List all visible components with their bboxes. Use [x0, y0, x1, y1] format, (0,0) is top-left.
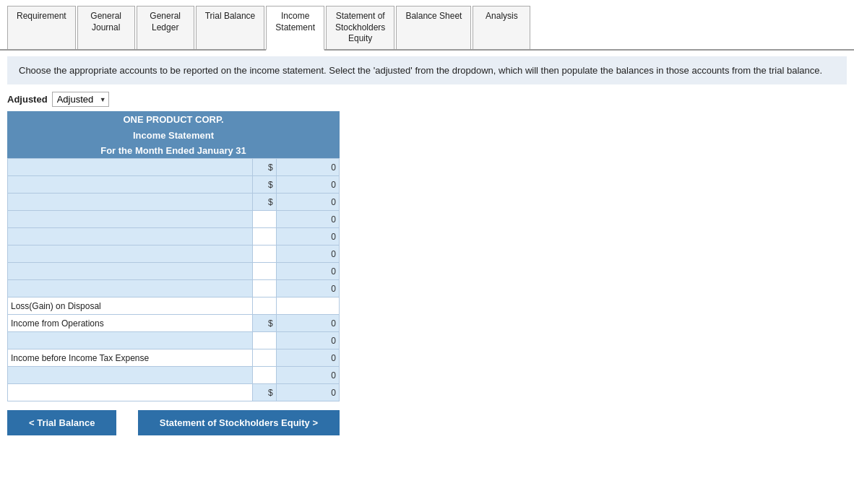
table-row: Income before Income Tax Expense 0 — [8, 349, 340, 367]
tabs-bar: Requirement GeneralJournal GeneralLedger… — [0, 0, 854, 51]
tab-requirement[interactable]: Requirement — [7, 6, 76, 49]
row3-dollar: $ — [252, 194, 276, 211]
table-row: 0 — [8, 280, 340, 297]
tab-general-ledger[interactable]: GeneralLedger — [137, 6, 194, 49]
table-row: Loss(Gain) on Disposal — [8, 297, 340, 315]
income-before-tax-dollar-empty — [252, 349, 276, 367]
row8-label[interactable] — [8, 280, 253, 297]
row4-dollar-empty — [252, 211, 276, 228]
row1-dollar: $ — [252, 159, 276, 176]
table-row: $ 0 — [8, 194, 340, 211]
adjusted-select[interactable]: Adjusted — [52, 92, 109, 107]
row11-label[interactable] — [8, 332, 253, 349]
income-operations-value: 0 — [276, 315, 339, 332]
statement-title: Income Statement — [7, 128, 340, 143]
row5-label[interactable] — [8, 228, 253, 246]
row7-label[interactable] — [8, 263, 253, 280]
income-before-tax-label: Income before Income Tax Expense — [8, 349, 253, 367]
instruction-text: Choose the appropriate accounts to be re… — [7, 56, 847, 85]
table-row: 0 — [8, 263, 340, 280]
row6-label[interactable] — [8, 246, 253, 263]
row8-dollar-empty — [252, 280, 276, 297]
row14-dollar: $ — [252, 384, 276, 401]
tab-income-statement[interactable]: IncomeStatement — [266, 6, 324, 51]
table-row: 0 — [8, 367, 340, 384]
adjusted-row: Adjusted Adjusted — [7, 92, 847, 107]
row5-value[interactable]: 0 — [276, 228, 339, 246]
statement-period: For the Month Ended January 31 — [7, 143, 340, 158]
income-operations-dollar: $ — [252, 315, 276, 332]
row14-label-empty — [8, 384, 253, 401]
row13-dollar-empty — [252, 367, 276, 384]
loss-gain-value-empty — [276, 297, 339, 315]
row6-dollar-empty — [252, 246, 276, 263]
loss-gain-dollar-empty — [252, 297, 276, 315]
tab-analysis[interactable]: Analysis — [473, 6, 530, 49]
row1-value[interactable]: 0 — [276, 159, 339, 176]
prev-button[interactable]: < Trial Balance — [7, 410, 116, 435]
row14-value: 0 — [276, 384, 339, 401]
table-row: 0 — [8, 246, 340, 263]
row2-value[interactable]: 0 — [276, 176, 339, 194]
row3-label[interactable] — [8, 194, 253, 211]
tab-trial-balance[interactable]: Trial Balance — [196, 6, 265, 49]
next-button[interactable]: Statement of Stockholders Equity > — [138, 410, 340, 435]
row6-value[interactable]: 0 — [276, 246, 339, 263]
row8-value[interactable]: 0 — [276, 280, 339, 297]
company-name: ONE PRODUCT CORP. — [7, 111, 340, 128]
loss-gain-label: Loss(Gain) on Disposal — [8, 297, 253, 315]
table-row: 0 — [8, 228, 340, 246]
adjusted-label: Adjusted — [7, 94, 48, 105]
row4-label[interactable] — [8, 211, 253, 228]
row2-dollar: $ — [252, 176, 276, 194]
bottom-nav: < Trial Balance Statement of Stockholder… — [7, 410, 340, 435]
table-row: $ 0 — [8, 176, 340, 194]
table-row: 0 — [8, 211, 340, 228]
row7-value[interactable]: 0 — [276, 263, 339, 280]
income-statement-table: $ 0 $ 0 $ 0 0 — [7, 158, 340, 401]
table-row: 0 — [8, 332, 340, 349]
table-row: $ 0 — [8, 159, 340, 176]
row11-dollar-empty — [252, 332, 276, 349]
row7-dollar-empty — [252, 263, 276, 280]
income-operations-label: Income from Operations — [8, 315, 253, 332]
income-before-tax-value: 0 — [276, 349, 339, 367]
row1-label[interactable] — [8, 159, 253, 176]
row3-value[interactable]: 0 — [276, 194, 339, 211]
statement-container: ONE PRODUCT CORP. Income Statement For t… — [7, 111, 340, 401]
row5-dollar-empty — [252, 228, 276, 246]
tab-stockholders-equity[interactable]: Statement ofStockholdersEquity — [326, 6, 394, 49]
adjusted-select-wrapper[interactable]: Adjusted — [52, 92, 109, 107]
table-row: $ 0 — [8, 384, 340, 401]
row2-label[interactable] — [8, 176, 253, 194]
tab-general-journal[interactable]: GeneralJournal — [77, 6, 135, 49]
row11-value[interactable]: 0 — [276, 332, 339, 349]
row13-label[interactable] — [8, 367, 253, 384]
table-row: Income from Operations $ 0 — [8, 315, 340, 332]
row4-value[interactable]: 0 — [276, 211, 339, 228]
tab-balance-sheet[interactable]: Balance Sheet — [396, 6, 471, 49]
row13-value[interactable]: 0 — [276, 367, 339, 384]
